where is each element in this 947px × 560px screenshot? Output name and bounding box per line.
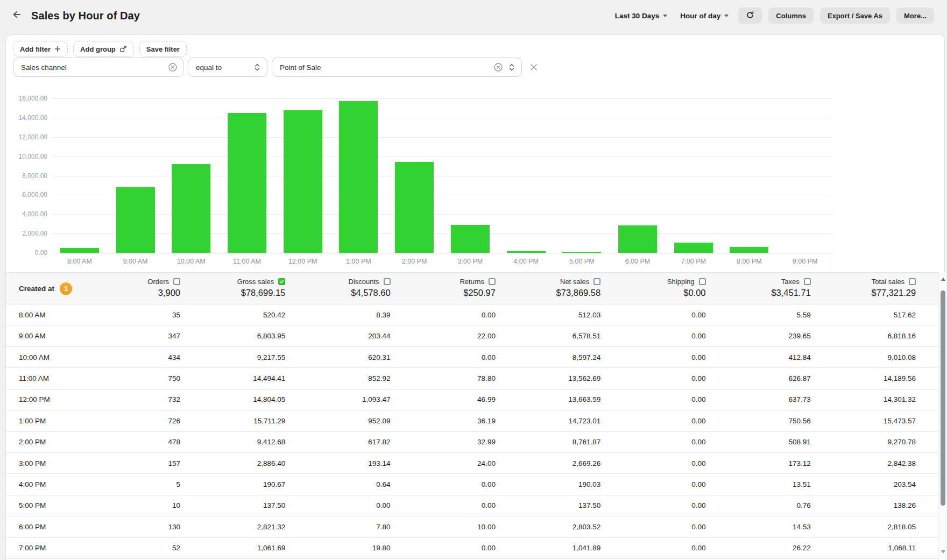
x-axis-tick-label: 8:00 AM — [47, 258, 112, 265]
column-label: Net sales — [560, 278, 589, 286]
cell-gross-sales: 9,217.55 — [194, 347, 285, 367]
cell-orders: 10 — [89, 495, 180, 516]
cell-total-sales: 15,473.57 — [824, 410, 916, 431]
x-axis-tick-label: 9:00 PM — [773, 258, 837, 265]
y-axis-tick-label: 6,000.00 — [0, 191, 47, 199]
gridline — [52, 233, 833, 234]
cell-total-sales: 517.62 — [824, 304, 916, 325]
refresh-button[interactable] — [738, 8, 762, 24]
bar-10-00-am[interactable] — [172, 164, 210, 253]
orders-checkbox[interactable] — [173, 278, 180, 285]
bar-5-00-pm[interactable] — [562, 252, 601, 253]
cell-total-sales: 138.26 — [824, 495, 916, 516]
cell-returns: 0.00 — [404, 538, 496, 558]
bar-11-00-am[interactable] — [228, 113, 266, 253]
x-axis-tick-label: 10:00 AM — [159, 258, 223, 265]
column-label: Total sales — [872, 278, 904, 286]
cell-discounts: 617.82 — [299, 432, 391, 452]
bar-9-00-am[interactable] — [116, 187, 155, 253]
cell-shipping: 0.00 — [614, 516, 706, 537]
total-sales-checkbox[interactable] — [909, 278, 916, 285]
column-total: $4,578.60 — [351, 288, 390, 298]
export-save-as-button[interactable]: Export / Save As — [820, 8, 890, 24]
created-at-header[interactable]: Created at1 — [19, 273, 72, 304]
x-axis-tick-label: 3:00 PM — [438, 258, 503, 265]
sort-order-badge[interactable]: 1 — [60, 282, 72, 295]
taxes-checkbox[interactable] — [804, 278, 811, 285]
table-row-4-00-pm: 4:00 PM5190.670.640.00190.030.0013.51203… — [6, 474, 938, 495]
filter-operator-select[interactable]: equal to — [188, 58, 267, 77]
columns-button[interactable]: Columns — [768, 8, 814, 24]
filter-value-input[interactable] — [280, 63, 489, 72]
row-label: 11:00 AM — [19, 368, 49, 388]
gridline — [52, 137, 833, 138]
scroll-up-icon[interactable] — [941, 278, 945, 281]
cell-net-sales: 13,663.59 — [509, 389, 600, 410]
y-axis-tick-label: 8,000.00 — [0, 172, 47, 180]
cell-gross-sales: 520.42 — [194, 304, 285, 325]
cell-taxes: 626.87 — [719, 368, 811, 388]
net-sales-checkbox[interactable] — [593, 278, 600, 285]
cell-net-sales: 6,578.51 — [509, 325, 600, 346]
cell-returns: 46.99 — [404, 389, 496, 410]
column-header-returns: Returns$250.97 — [404, 273, 496, 304]
cell-discounts: 193.14 — [299, 453, 391, 473]
bar-7-00-pm[interactable] — [674, 243, 713, 253]
add-group-label: Add group — [80, 45, 116, 53]
cell-gross-sales: 6,803.95 — [194, 325, 285, 346]
add-filter-button[interactable]: Add filter — [13, 41, 68, 57]
more-button[interactable]: More... — [896, 8, 934, 24]
table-row-8-00-am: 8:00 AM35520.428.390.00512.030.005.59517… — [6, 304, 938, 325]
bar-1-00-pm[interactable] — [339, 101, 378, 253]
bar-6-00-pm[interactable] — [618, 225, 657, 253]
report-screen: Sales by Hour of Day Last 30 Days Hour o… — [0, 0, 947, 560]
clear-value-icon[interactable] — [493, 62, 503, 72]
bar-4-00-pm[interactable] — [507, 251, 546, 253]
add-group-button[interactable]: Add group — [73, 41, 134, 57]
cell-shipping: 0.00 — [614, 538, 706, 558]
gross-sales-checkbox[interactable] — [278, 278, 285, 285]
table-row-1-00-pm: 1:00 PM72615,711.29952.0936.1914,723.010… — [6, 410, 938, 431]
bar-8-00-pm[interactable] — [730, 247, 768, 253]
vertical-scrollbar[interactable] — [938, 272, 946, 560]
cell-discounts: 0.00 — [299, 495, 391, 516]
bar-2-00-pm[interactable] — [395, 162, 434, 253]
x-axis-tick-label: 9:00 AM — [103, 258, 168, 265]
column-total: $0.00 — [683, 288, 705, 298]
bar-3-00-pm[interactable] — [451, 225, 490, 253]
table-row-5-00-pm: 5:00 PM10137.500.000.00137.500.000.76138… — [6, 495, 938, 516]
gridline — [52, 118, 833, 118]
cell-taxes: 412.84 — [719, 347, 811, 367]
cell-discounts: 8.39 — [299, 304, 391, 325]
scroll-down-icon[interactable] — [941, 550, 945, 554]
cell-returns: 22.00 — [404, 325, 496, 346]
filter-field-input[interactable] — [21, 63, 164, 72]
group-by-dropdown[interactable]: Hour of day — [677, 9, 732, 23]
column-label: Taxes — [781, 278, 800, 286]
clear-field-icon[interactable] — [168, 62, 178, 72]
shipping-checkbox[interactable] — [699, 278, 706, 285]
returns-checkbox[interactable] — [489, 278, 496, 285]
cell-net-sales: 2,803.52 — [509, 516, 600, 537]
save-filter-button[interactable]: Save filter — [139, 41, 187, 57]
cell-discounts: 620.31 — [299, 347, 391, 367]
back-button[interactable] — [9, 8, 24, 23]
date-range-dropdown[interactable]: Last 30 Days — [612, 9, 671, 23]
table-row-3-00-pm: 3:00 PM1572,886.40193.1424.002,669.260.0… — [6, 453, 938, 474]
filter-field-input-shell — [13, 58, 183, 77]
bar-12-00-pm[interactable] — [284, 110, 322, 253]
discounts-checkbox[interactable] — [384, 278, 391, 285]
cell-orders: 35 — [89, 304, 180, 325]
scrollbar-thumb[interactable] — [941, 290, 945, 506]
cell-returns: 0.00 — [404, 347, 496, 367]
remove-filter-icon[interactable] — [529, 63, 538, 72]
cell-returns: 0.00 — [404, 304, 496, 325]
x-axis-tick-label: 11:00 AM — [215, 258, 279, 265]
value-chevrons-icon[interactable] — [507, 62, 516, 72]
cell-orders: 732 — [89, 389, 180, 410]
table-row-9-00-am: 9:00 AM3476,803.95203.4422.006,578.510.0… — [6, 325, 938, 346]
y-axis-tick-label: 12,000.00 — [0, 133, 47, 141]
column-header-taxes: Taxes$3,451.71 — [719, 273, 811, 304]
row-label: 10:00 AM — [19, 347, 50, 367]
bar-8-00-am[interactable] — [60, 248, 99, 253]
